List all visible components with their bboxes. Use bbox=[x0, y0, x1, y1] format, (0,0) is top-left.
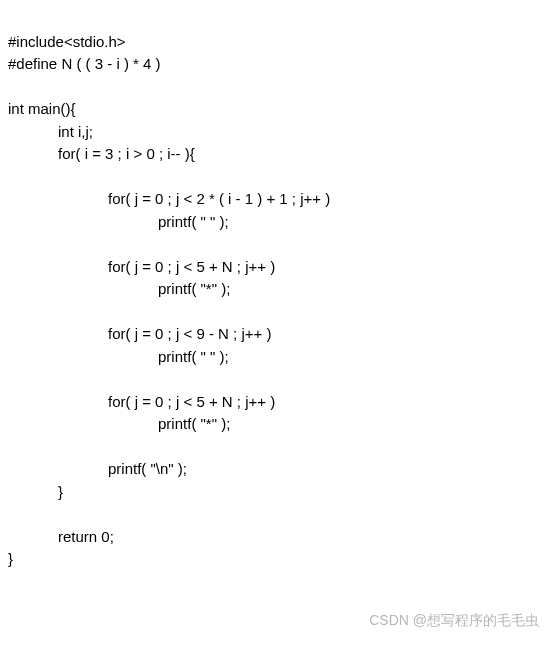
code-line: printf( "\n" ); bbox=[8, 460, 187, 477]
code-line: printf( "*" ); bbox=[8, 280, 230, 297]
code-block: #include<stdio.h> #define N ( ( 3 - i ) … bbox=[8, 8, 543, 571]
code-line: for( i = 3 ; i > 0 ; i-- ){ bbox=[8, 145, 195, 162]
code-line: } bbox=[8, 483, 63, 500]
code-line: printf( " " ); bbox=[8, 348, 229, 365]
code-line: for( j = 0 ; j < 2 * ( i - 1 ) + 1 ; j++… bbox=[8, 190, 330, 207]
code-line: #define N ( ( 3 - i ) * 4 ) bbox=[8, 55, 161, 72]
code-line: return 0; bbox=[8, 528, 114, 545]
code-line: for( j = 0 ; j < 5 + N ; j++ ) bbox=[8, 258, 275, 275]
code-line: int main(){ bbox=[8, 100, 76, 117]
code-line: int i,j; bbox=[8, 123, 93, 140]
text-cursor bbox=[13, 551, 14, 567]
code-line: printf( " " ); bbox=[8, 213, 229, 230]
code-line: #include<stdio.h> bbox=[8, 33, 126, 50]
watermark-text: CSDN @想写程序的毛毛虫 bbox=[369, 610, 539, 631]
code-line: for( j = 0 ; j < 5 + N ; j++ ) bbox=[8, 393, 275, 410]
code-line: printf( "*" ); bbox=[8, 415, 230, 432]
code-line: for( j = 0 ; j < 9 - N ; j++ ) bbox=[8, 325, 271, 342]
